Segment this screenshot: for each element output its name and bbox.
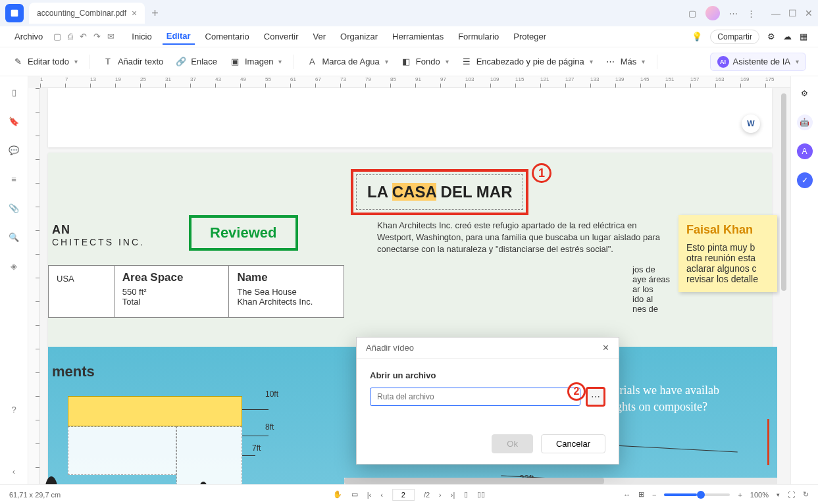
page-1-end: W xyxy=(48,88,772,147)
menu-proteger[interactable]: Proteger xyxy=(509,29,550,44)
zoom-in-icon[interactable]: + xyxy=(738,491,742,499)
two-page-icon[interactable]: ▯▯ xyxy=(477,490,485,499)
prev-page-icon[interactable]: ‹ xyxy=(380,491,383,499)
mesh-icon[interactable]: ⚙ xyxy=(767,32,775,41)
close-button[interactable]: ✕ xyxy=(805,8,813,18)
open-icon[interactable]: ▢ xyxy=(53,32,61,41)
file-path-input[interactable] xyxy=(370,388,580,406)
fields-icon[interactable]: ≡ xyxy=(7,172,20,186)
maximize-button[interactable]: ☐ xyxy=(788,8,797,18)
more-icon: ⋯ xyxy=(605,56,617,68)
imagen-button[interactable]: ▣Imagen▾ xyxy=(229,56,282,68)
editar-todo-button[interactable]: ✎Editar todo▾ xyxy=(12,56,78,68)
cloud-icon[interactable]: ☁ xyxy=(783,32,792,41)
text-icon: T xyxy=(102,56,114,68)
menu-dots-icon[interactable]: ⋮ xyxy=(747,9,755,18)
cancel-button[interactable]: Cancelar xyxy=(541,434,605,453)
menu-convertir[interactable]: Convertir xyxy=(260,29,303,44)
search-icon[interactable]: 🔍 xyxy=(7,230,20,243)
menu-organizar[interactable]: Organizar xyxy=(336,29,382,44)
toolbar: ✎Editar todo▾ TAñadir texto 🔗Enlace ▣Ima… xyxy=(0,47,818,76)
word-export-badge[interactable]: W xyxy=(742,114,760,133)
pen-icon: ✎ xyxy=(12,56,24,68)
menu-herramientas[interactable]: Herramientas xyxy=(388,29,447,44)
header-footer-icon: ☰ xyxy=(461,56,473,68)
chevron-left-icon[interactable]: ‹ xyxy=(7,465,20,478)
bookmark-icon[interactable]: 🔖 xyxy=(7,114,20,128)
menu-archivo[interactable]: Archivo xyxy=(11,29,47,44)
canvas-area: 1713192531374349556167737985919710310911… xyxy=(28,76,790,484)
new-tab-button[interactable]: + xyxy=(151,7,159,20)
vertical-scrollbar[interactable] xyxy=(781,88,789,484)
horizontal-ruler: 1713192531374349556167737985919710310911… xyxy=(40,76,790,88)
robot-icon[interactable]: 🤖 xyxy=(797,114,813,130)
undo-icon[interactable]: ↶ xyxy=(80,32,87,41)
tab-close-icon[interactable]: × xyxy=(132,8,137,18)
share-button[interactable]: Compartir xyxy=(710,30,759,44)
coordinates-label: 61,71 x 29,7 cm xyxy=(9,491,61,499)
zoom-slider[interactable] xyxy=(664,493,730,496)
minimize-button[interactable]: — xyxy=(771,8,780,18)
fit-width-icon[interactable]: ↔ xyxy=(623,491,630,499)
select-tool-icon[interactable]: ▭ xyxy=(351,490,358,499)
user-avatar[interactable] xyxy=(705,6,720,20)
print-icon[interactable]: ⎙ xyxy=(68,32,73,41)
check-icon[interactable]: ✓ xyxy=(797,172,813,188)
single-page-icon[interactable]: ▯ xyxy=(464,490,468,499)
page-number-input[interactable] xyxy=(392,489,415,501)
building-diagram: 10ft 8ft 7ft xyxy=(68,396,292,484)
mas-button[interactable]: ⋯Más▾ xyxy=(605,56,646,68)
thumbnails-icon[interactable]: ▯ xyxy=(7,86,20,99)
encabezado-button[interactable]: ☰Encabezado y pie de página▾ xyxy=(461,56,593,68)
horizontal-scrollbar[interactable] xyxy=(344,478,777,484)
last-page-icon[interactable]: ›| xyxy=(451,491,455,499)
comment-icon[interactable]: 💬 xyxy=(7,143,20,157)
menu-formulario[interactable]: Formulario xyxy=(454,29,503,44)
translate-icon[interactable]: A xyxy=(797,143,813,159)
svg-rect-0 xyxy=(11,10,18,17)
help-icon[interactable]: ? xyxy=(7,403,20,416)
watermark-icon: A xyxy=(306,56,318,68)
ai-badge-icon: AI xyxy=(717,56,729,68)
fondo-button[interactable]: ◧Fondo▾ xyxy=(400,56,449,68)
sliders-icon[interactable]: ⚙ xyxy=(797,86,813,101)
hand-tool-icon[interactable]: ✋ xyxy=(333,490,342,499)
doc-title-box[interactable]: LA CASA DEL MAR xyxy=(351,169,528,215)
bulb-icon[interactable]: 💡 xyxy=(692,32,702,41)
reviewed-stamp: Reviewed xyxy=(189,215,298,251)
menu-editar[interactable]: Editar xyxy=(163,28,195,45)
attachment-icon[interactable]: 📎 xyxy=(7,201,20,214)
vertical-ruler xyxy=(28,88,40,484)
notification-icon[interactable]: ⋯ xyxy=(729,9,738,18)
anadir-texto-button[interactable]: TAñadir texto xyxy=(102,56,163,68)
fullscreen-icon[interactable]: ⛶ xyxy=(788,491,795,499)
asistente-ia-button[interactable]: AIAsistente de IA▾ xyxy=(710,53,806,71)
menu-ver[interactable]: Ver xyxy=(309,29,330,44)
layers-icon[interactable]: ◈ xyxy=(7,259,20,272)
mail-icon[interactable]: ✉ xyxy=(107,32,115,41)
redo-icon[interactable]: ↷ xyxy=(93,32,101,41)
sticky-note[interactable]: Faisal Khan Esto pinta muy b otra reunió… xyxy=(678,215,777,292)
marca-button[interactable]: AMarca de Agua▾ xyxy=(306,56,388,68)
titlebar: accounting_Combinar.pdf × + ▢ ⋯ ⋮ — ☐ ✕ xyxy=(0,0,818,26)
right-sidebar: ⚙ 🤖 A ✓ xyxy=(790,76,818,484)
dialog-close-icon[interactable]: ✕ xyxy=(602,343,609,353)
menu-comentario[interactable]: Comentario xyxy=(201,29,253,44)
zoom-level-label: 100% xyxy=(750,491,769,499)
doc-subtitle: Khan Architects Inc. creó este refugio a… xyxy=(377,220,667,256)
browse-button[interactable]: ⋯ xyxy=(586,387,605,407)
menu-inicio[interactable]: Inicio xyxy=(128,29,155,44)
rotate-icon[interactable]: ↻ xyxy=(803,490,809,499)
open-file-label: Abrir un archivo xyxy=(370,370,605,380)
image-icon: ▣ xyxy=(229,56,241,68)
next-page-icon[interactable]: › xyxy=(439,491,442,499)
left-sidebar: ▯ 🔖 💬 ≡ 📎 🔍 ◈ ? ‹ xyxy=(0,76,28,484)
window-layout-icon[interactable]: ▢ xyxy=(688,9,696,18)
fit-page-icon[interactable]: ⊞ xyxy=(638,490,644,499)
enlace-button[interactable]: 🔗Enlace xyxy=(175,56,217,68)
menubar: Archivo ▢ ⎙ ↶ ↷ ✉ Inicio Editar Comentar… xyxy=(0,26,818,47)
zoom-out-icon[interactable]: − xyxy=(652,491,656,499)
first-page-icon[interactable]: |‹ xyxy=(367,491,372,499)
document-tab[interactable]: accounting_Combinar.pdf × xyxy=(29,3,145,24)
grid-icon[interactable]: ▦ xyxy=(800,32,807,41)
